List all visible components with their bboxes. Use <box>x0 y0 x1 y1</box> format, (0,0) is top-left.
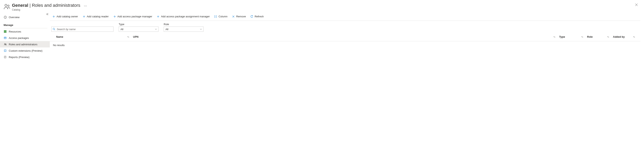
button-label: Refresh <box>255 15 264 18</box>
sidebar-item-resources[interactable]: Resources <box>0 28 50 35</box>
svg-rect-7 <box>4 30 5 31</box>
svg-rect-20 <box>4 50 6 52</box>
people-small-icon <box>4 43 7 46</box>
extension-icon <box>4 49 7 52</box>
role-filter-label: Role <box>164 23 204 26</box>
page-title-main: General <box>12 3 28 8</box>
button-label: Add catalog reader <box>87 15 109 18</box>
svg-point-6 <box>5 17 5 17</box>
sidebar-item-custom-extensions[interactable]: Custom extensions (Preview) <box>0 48 50 54</box>
svg-point-1 <box>8 5 9 6</box>
filter-bar: Type All Role All <box>50 21 640 33</box>
svg-rect-12 <box>6 31 6 32</box>
button-label: Add catalog owner <box>56 15 78 18</box>
plus-icon <box>52 15 55 18</box>
svg-line-42 <box>54 30 55 30</box>
add-catalog-owner-button[interactable]: Add catalog owner <box>52 14 79 19</box>
add-catalog-reader-button[interactable]: Add catalog reader <box>82 14 110 19</box>
svg-rect-16 <box>4 37 6 39</box>
plus-icon <box>82 15 86 18</box>
sidebar-item-roles-admins[interactable]: Roles and administrators <box>0 41 50 48</box>
page-header: General | Roles and administrators Catal… <box>0 0 644 13</box>
sidebar-item-access-packages[interactable]: Access packages <box>0 35 50 41</box>
sort-icon <box>127 36 130 38</box>
breadcrumb: Catalog <box>12 8 80 11</box>
table-header: Name UPN Type <box>50 33 640 41</box>
svg-point-18 <box>4 44 6 45</box>
type-filter-label: Type <box>119 23 158 26</box>
page-title: General | Roles and administrators <box>12 3 80 8</box>
sort-icon <box>581 36 584 38</box>
col-label: UPN <box>133 35 138 38</box>
sidebar-item-label: Access packages <box>9 37 29 40</box>
svg-point-41 <box>53 28 54 30</box>
button-label: Remove <box>236 15 246 18</box>
sidebar-section-manage: Manage <box>0 20 50 27</box>
col-header-type[interactable]: Type <box>559 35 587 38</box>
command-bar: Add catalog owner Add catalog reader Add… <box>50 13 640 21</box>
svg-point-0 <box>5 4 7 6</box>
button-label: Add access package manager <box>118 15 152 18</box>
role-filter-select[interactable]: All <box>164 27 204 32</box>
svg-rect-9 <box>6 30 6 31</box>
add-access-pkg-mgr-button[interactable]: Add access package manager <box>112 14 153 19</box>
info-icon <box>4 16 7 19</box>
refresh-icon <box>250 15 254 18</box>
plus-icon <box>156 15 160 18</box>
close-button[interactable] <box>635 3 638 6</box>
columns-icon <box>214 15 217 18</box>
package-icon <box>4 36 7 40</box>
people-icon <box>4 3 10 10</box>
svg-rect-15 <box>6 32 6 33</box>
sidebar-item-label: Overview <box>9 16 20 19</box>
sort-icon <box>553 36 556 38</box>
sidebar-item-label: Roles and administrators <box>9 43 38 46</box>
more-button[interactable]: ⋯ <box>84 4 87 8</box>
table-empty-message: No results <box>50 41 640 49</box>
collapse-sidebar-button[interactable] <box>46 13 48 16</box>
col-header-role[interactable]: Role <box>587 35 613 38</box>
svg-rect-13 <box>4 32 5 33</box>
svg-rect-14 <box>5 32 6 33</box>
column-button[interactable]: Column <box>213 14 228 19</box>
type-filter-select[interactable]: All <box>119 27 158 32</box>
grid-icon <box>4 30 7 33</box>
button-label: Add access package assignment manager <box>161 15 210 18</box>
search-icon <box>52 28 55 31</box>
select-value: All <box>166 28 168 31</box>
chevron-down-icon <box>155 28 157 30</box>
col-label: Name <box>56 35 63 38</box>
main-content: Add catalog owner Add catalog reader Add… <box>50 13 644 60</box>
report-icon <box>4 55 7 59</box>
sidebar-item-reports[interactable]: Reports (Preview) <box>0 54 50 60</box>
sidebar-item-overview[interactable]: Overview <box>0 14 50 20</box>
refresh-button[interactable]: Refresh <box>250 14 265 19</box>
col-header-added-by[interactable]: Added by <box>613 35 639 38</box>
svg-rect-8 <box>5 30 6 31</box>
svg-point-19 <box>6 44 6 44</box>
select-value: All <box>120 28 123 31</box>
sidebar-item-label: Reports (Preview) <box>9 56 30 59</box>
sidebar-item-label: Resources <box>9 30 21 33</box>
add-access-pkg-assign-mgr-button[interactable]: Add access package assignment manager <box>156 14 210 19</box>
search-input[interactable] <box>52 27 114 32</box>
remove-button[interactable]: Remove <box>231 14 246 19</box>
chevron-down-icon <box>200 28 202 30</box>
sidebar-item-label: Custom extensions (Preview) <box>9 49 42 52</box>
col-label: Added by <box>613 35 625 38</box>
plus-icon <box>113 15 116 18</box>
svg-rect-11 <box>5 31 6 32</box>
x-icon <box>232 15 235 18</box>
col-header-upn[interactable]: UPN <box>133 35 559 38</box>
page-title-sub: Roles and administrators <box>32 3 80 8</box>
col-label: Role <box>587 35 592 38</box>
svg-rect-10 <box>4 31 5 32</box>
button-label: Column <box>218 15 228 18</box>
col-label: Type <box>559 35 565 38</box>
col-header-name[interactable]: Name <box>52 35 133 38</box>
sort-icon <box>633 36 635 38</box>
sort-icon <box>607 36 609 38</box>
sidebar-nav: Overview Manage Resources <box>0 13 50 60</box>
